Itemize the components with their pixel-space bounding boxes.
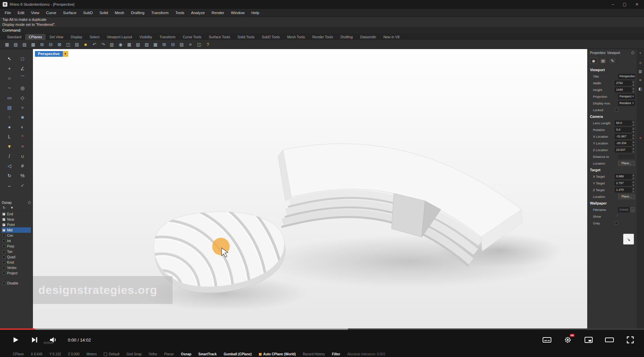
menu-item[interactable]: SubD [80, 9, 96, 17]
maximize-button[interactable]: ▢ [623, 2, 627, 7]
status-item[interactable]: Gumball (CPlane) [224, 352, 251, 356]
viewport-tab-label[interactable]: Perspective [35, 51, 63, 57]
osnap-option[interactable]: End [2, 211, 31, 217]
panel-gear-icon[interactable]: * [638, 51, 643, 56]
properties-gear-icon[interactable] [631, 51, 634, 54]
rotate-cplane-icon[interactable]: ▤ [73, 41, 81, 48]
box-icon[interactable]: ■ [17, 113, 28, 122]
cplane-elevation-icon[interactable]: ▧ [134, 41, 142, 48]
property-checkbox[interactable] [615, 108, 618, 111]
osnap-checkbox[interactable] [2, 250, 5, 253]
polyline-icon[interactable]: ∠ [17, 64, 28, 73]
next-button[interactable] [30, 336, 39, 344]
status-item[interactable]: CPlane [13, 352, 24, 356]
check-icon[interactable]: ✓ [17, 181, 28, 190]
osnap-disable-checkbox[interactable] [2, 282, 5, 285]
spinner-arrows[interactable] [632, 174, 635, 179]
status-item[interactable]: Auto CPlane (World) [259, 352, 296, 356]
theater-mode-button[interactable] [605, 336, 614, 344]
osnap-checkbox[interactable] [2, 245, 5, 248]
menu-item[interactable]: Render [208, 9, 228, 17]
set-cplane-view-icon[interactable]: ◫ [64, 41, 72, 48]
status-item[interactable]: Absolute tolerance: 0.001 [347, 352, 385, 356]
osnap-gear-icon[interactable] [28, 201, 31, 204]
toolbar-tab[interactable]: Select [86, 34, 103, 40]
toolbar-tab[interactable]: Mesh Tools [283, 34, 309, 40]
property-value-field[interactable]: 23.547 [615, 147, 632, 152]
osnap-checkbox[interactable] [2, 218, 5, 221]
dimension-icon[interactable]: ↔ [4, 181, 15, 190]
viewport-tab-menu-icon[interactable]: ▼ [63, 51, 68, 57]
display-panel-icon[interactable]: ▥ [638, 69, 643, 74]
help-icon[interactable]: ? [204, 41, 212, 48]
osnap-option[interactable]: Vertex [2, 265, 31, 270]
minimize-button[interactable]: – [612, 2, 614, 7]
miniplayer-button[interactable] [584, 336, 593, 344]
move-icon[interactable]: + [4, 64, 15, 73]
rotate-icon[interactable]: ↻ [4, 171, 15, 180]
property-value-field[interactable]: 2.757 [615, 181, 632, 186]
array-icon[interactable]: # [17, 162, 28, 170]
arc-icon[interactable]: ⌒ [17, 74, 28, 83]
materials-panel-icon[interactable]: ◧ [638, 86, 643, 91]
freeform-curve-icon[interactable]: ~ [4, 84, 15, 92]
toolbar-tab[interactable]: Render Tools [309, 34, 337, 40]
rectangle-select-icon[interactable]: □ [17, 54, 28, 63]
osnap-option[interactable]: Knot [2, 260, 31, 265]
menu-item[interactable]: Help [248, 9, 263, 17]
osnap-checkbox[interactable] [2, 266, 5, 269]
toolbar-tab[interactable]: CPlanes [25, 34, 46, 40]
menu-item[interactable]: Edit [14, 9, 28, 17]
status-item[interactable]: Ortho [149, 352, 157, 356]
cplane-snap-icon[interactable]: ▨ [143, 41, 150, 48]
osnap-option[interactable]: Project [2, 270, 31, 276]
sun-icon[interactable]: ☼ [638, 60, 643, 65]
circle-icon[interactable]: ○ [4, 74, 15, 83]
toolbar-tab[interactable]: Standard [3, 34, 25, 40]
ellipse-icon[interactable]: ◎ [17, 84, 28, 92]
video-progress-bar[interactable] [0, 328, 644, 330]
fillet-icon[interactable]: L [4, 132, 15, 141]
spinner-arrows[interactable] [632, 181, 635, 186]
toolbar-tab[interactable]: Drafting [337, 34, 357, 40]
paint-properties-icon[interactable]: ✎ [609, 58, 616, 64]
play-button[interactable] [11, 336, 20, 344]
viewport-3d[interactable]: Perspective ▼ designstrategies.org [33, 49, 587, 328]
display-icon[interactable]: ◫ [195, 41, 203, 48]
subtitles-button[interactable] [543, 336, 551, 344]
menu-item[interactable]: Transform [148, 9, 172, 17]
toolbar-tab[interactable]: Viewport Layout [103, 34, 136, 40]
status-item[interactable]: Z 0.000 [68, 352, 80, 356]
toolbar-tab[interactable]: Set View [46, 34, 67, 40]
record-icon[interactable]: ● [638, 135, 643, 140]
set-cplane-world-front-icon[interactable]: ▨ [21, 41, 28, 48]
status-item[interactable]: X 6.645 [31, 352, 42, 356]
layers-icon[interactable]: ≡ [187, 41, 194, 48]
status-item[interactable]: Default [104, 352, 120, 356]
sphere-icon[interactable]: ● [4, 123, 15, 131]
spinner-arrows[interactable] [632, 121, 635, 126]
set-cplane-world-right-icon[interactable]: ▩ [30, 41, 37, 48]
named-cplanes-folder-icon[interactable]: ■ [82, 41, 89, 48]
cplane-tilt-icon[interactable]: ▩ [152, 41, 159, 48]
select-arrow-icon[interactable]: ↖ [4, 54, 15, 63]
osnap-checkbox[interactable] [2, 261, 5, 264]
osnap-checkbox[interactable] [2, 272, 5, 275]
layers-panel-icon[interactable]: ≡ [638, 77, 643, 83]
set-cplane-curve-icon[interactable]: ⊠ [56, 41, 63, 48]
universal-cplane-icon[interactable]: ▥ [108, 41, 116, 48]
viewport-properties-icon[interactable]: ◉ [590, 58, 597, 64]
toolbar-tab[interactable]: Visibility [136, 34, 156, 40]
osnap-checkbox[interactable] [2, 256, 5, 259]
osnap-option[interactable]: Mid [2, 227, 31, 233]
join-icon[interactable]: ∪ [17, 152, 28, 161]
property-value-field[interactable]: Perspect [618, 94, 635, 99]
menu-item[interactable]: File [1, 9, 14, 17]
property-checkbox[interactable] [615, 221, 618, 225]
property-value-field[interactable]: -31.967 [615, 134, 632, 139]
osnap-option[interactable]: Point [2, 222, 31, 227]
property-value-field[interactable]: 0.889 [615, 174, 632, 179]
menu-item[interactable]: Mesh [111, 9, 128, 17]
material-properties-icon[interactable]: ▤ [599, 58, 607, 64]
toolbar-tab[interactable]: Datasmith [357, 34, 380, 40]
